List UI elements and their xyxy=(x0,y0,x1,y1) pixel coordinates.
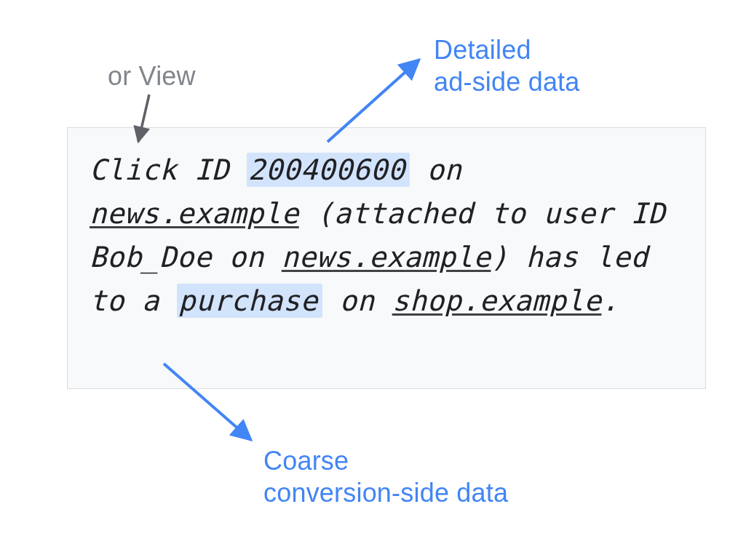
text-on-2: on xyxy=(322,284,392,317)
link-news-example-1: news.example xyxy=(90,197,299,230)
report-sentence: Click ID 200400600 on news.example (atta… xyxy=(90,148,698,323)
annotation-detailed-text: Detailedad-side data xyxy=(434,35,580,97)
report-box: Click ID 200400600 on news.example (atta… xyxy=(67,127,706,389)
link-news-example-2: news.example xyxy=(282,241,491,273)
annotation-detailed-ad-side: Detailedad-side data xyxy=(434,34,580,98)
annotation-or-view-text: or View xyxy=(108,61,196,91)
highlight-purchase: purchase xyxy=(177,284,322,318)
annotation-coarse-text: Coarseconversion-side data xyxy=(263,446,508,508)
text-period: . xyxy=(601,284,619,317)
annotation-or-view: or View xyxy=(108,60,196,92)
annotation-coarse-conversion: Coarseconversion-side data xyxy=(263,445,508,509)
diagram-stage: or View Detailedad-side data Coarseconve… xyxy=(0,0,754,560)
text-click-id-prefix: Click ID xyxy=(90,153,247,186)
text-on-1: on xyxy=(410,153,462,186)
highlight-click-id: 200400600 xyxy=(247,153,410,187)
link-shop-example: shop.example xyxy=(392,284,602,317)
